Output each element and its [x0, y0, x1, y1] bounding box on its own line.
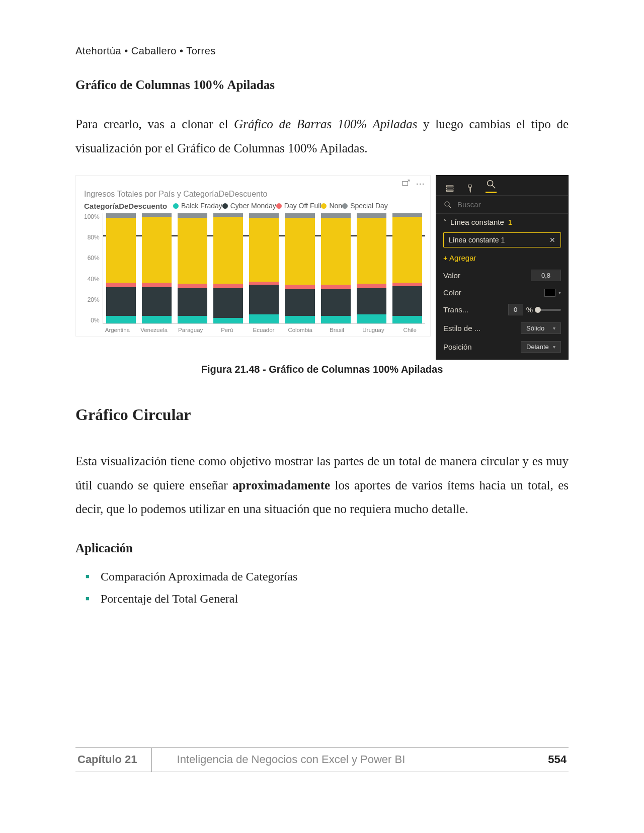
transparency-input[interactable]: 0 [508, 304, 523, 315]
row-posicion: Posición Delante ▾ [436, 338, 568, 356]
y-tick-label: 20% [88, 296, 100, 303]
x-tick-label: Colombia [285, 327, 315, 333]
legend-item[interactable]: Special Day [342, 202, 388, 210]
legend-field-label: CategoríaDeDescuento [84, 202, 167, 210]
y-tick-label: 100% [84, 213, 100, 220]
legend-text: Day Off Full [284, 202, 321, 210]
svg-rect-4 [468, 185, 471, 188]
export-icon[interactable] [401, 179, 410, 190]
bar-segment [357, 284, 386, 288]
bar-segment [213, 217, 243, 284]
svg-point-6 [445, 202, 449, 206]
chevron-down-icon: ▾ [553, 325, 555, 331]
bar-segment [106, 283, 136, 287]
stacked-bar[interactable] [285, 213, 314, 323]
stacked-bar[interactable] [213, 213, 243, 323]
stacked-bar[interactable] [142, 213, 172, 323]
legend-swatch [321, 203, 327, 209]
bar-segment [321, 218, 351, 285]
bar-segment [321, 213, 351, 218]
row-estilo: Estilo de ... Sólido ▾ [436, 319, 568, 338]
chart-card[interactable]: ··· Ingresos Totales por País y Categorí… [75, 175, 431, 337]
fields-tab-icon[interactable] [445, 184, 454, 193]
bar-segment [357, 213, 386, 218]
chevron-up-icon: ˄ [443, 219, 446, 226]
legend-swatch [342, 203, 348, 209]
subheading-aplicacion: Aplicación [75, 541, 569, 555]
color-picker[interactable] [544, 289, 555, 297]
x-tick-label: Ecuador [249, 327, 279, 333]
bar-segment [142, 283, 172, 287]
x-tick-label: Uruguay [358, 327, 389, 333]
x-tick-label: Chile [394, 327, 425, 333]
section-count: 1 [508, 218, 512, 226]
legend-item[interactable]: Cyber Monday [222, 202, 276, 210]
para1-italic: Gráfico de Barras 100% Apiladas [234, 117, 417, 131]
chart-title: Ingresos Totales por País y CategoríaDeD… [84, 190, 425, 199]
bar-segment [178, 218, 207, 284]
bar-segment [213, 318, 243, 323]
transparency-slider[interactable] [536, 309, 561, 311]
stacked-bar[interactable] [357, 213, 386, 323]
legend-item[interactable]: Non [321, 202, 342, 210]
svg-rect-2 [446, 188, 453, 189]
x-axis: ArgentinaVenezuelaParaguayPerúEcuadorCol… [84, 327, 425, 333]
stacked-bar[interactable] [178, 213, 207, 323]
legend-text: Balck Fraday [181, 202, 222, 210]
estilo-dropdown[interactable]: Sólido ▾ [521, 322, 561, 334]
stacked-bar[interactable] [249, 213, 279, 323]
bar-segment [321, 289, 351, 316]
legend-text: Cyber Monday [230, 202, 276, 210]
y-tick-label: 40% [88, 276, 100, 283]
bar-segment [106, 218, 136, 283]
footer-book-title: Inteligencia de Negocios con Excel y Pow… [152, 748, 548, 772]
chevron-down-icon[interactable]: ▾ [558, 290, 561, 295]
para2-bold: aproximadamente [232, 478, 330, 492]
pane-search[interactable] [436, 196, 568, 214]
bar-segment [106, 213, 136, 218]
stacked-bar[interactable] [392, 213, 422, 323]
constant-line-section-header[interactable]: ˄ Línea constante 1 [436, 214, 568, 230]
transparency-label: Trans... [443, 305, 468, 314]
x-tick-label: Paraguay [175, 327, 206, 333]
bar-segment [357, 314, 386, 323]
valor-input[interactable]: 0,8 [531, 270, 561, 281]
x-tick-label: Venezuela [139, 327, 170, 333]
stacked-bar[interactable] [321, 213, 351, 323]
more-options-icon[interactable]: ··· [416, 180, 425, 188]
bar-segment [142, 217, 172, 283]
application-list: Comparación Aproximada de CategoríasPorc… [75, 565, 569, 610]
bar-segment [392, 286, 422, 316]
bar-segment [285, 316, 314, 323]
bar-segment [285, 213, 314, 218]
row-valor: Valor 0,8 [436, 266, 568, 285]
row-color: Color ▾ [436, 285, 568, 300]
bar-segment [357, 288, 386, 315]
analytics-tab-icon[interactable] [486, 179, 497, 193]
add-line-button[interactable]: + Agregar [436, 249, 568, 266]
legend-item[interactable]: Balck Fraday [173, 202, 222, 210]
legend-swatch [276, 203, 282, 209]
para1-part-a: Para crearlo, vas a clonar el [75, 117, 234, 131]
posicion-label: Posición [443, 343, 472, 351]
x-tick-label: Argentina [102, 327, 133, 333]
posicion-dropdown[interactable]: Delante ▾ [521, 341, 561, 353]
y-tick-label: 60% [88, 255, 100, 262]
bar-segment [249, 285, 279, 314]
legend-text: Special Day [350, 202, 388, 210]
format-tab-icon[interactable] [465, 184, 474, 193]
close-icon[interactable]: ✕ [549, 236, 555, 244]
bar-segment [106, 316, 136, 323]
footer-page-number: 554 [548, 748, 569, 772]
selected-constant-line[interactable]: Línea constante 1 ✕ [443, 232, 561, 247]
search-input[interactable] [456, 200, 554, 209]
pane-tabs [436, 176, 568, 196]
color-label: Color [443, 288, 461, 297]
bar-segment [285, 289, 314, 316]
chevron-down-icon: ▾ [553, 344, 555, 350]
posicion-value: Delante [526, 343, 549, 351]
legend-item[interactable]: Day Off Full [276, 202, 321, 210]
estilo-label: Estilo de ... [443, 324, 480, 332]
estilo-value: Sólido [526, 324, 544, 332]
stacked-bar[interactable] [106, 213, 136, 323]
